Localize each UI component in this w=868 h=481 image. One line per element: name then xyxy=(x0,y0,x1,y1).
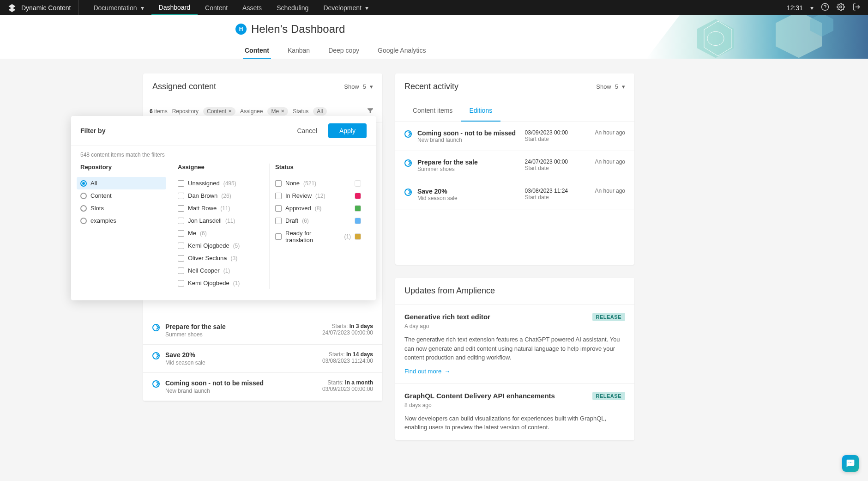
help-icon[interactable] xyxy=(821,3,829,12)
close-icon[interactable]: ✕ xyxy=(228,109,232,114)
checkbox-status[interactable]: Approved (8) xyxy=(275,202,361,214)
card-title: Recent activity xyxy=(404,82,458,91)
divider xyxy=(78,0,78,15)
checkbox-icon xyxy=(178,193,184,199)
recent-date: 03/08/2023 11:24 xyxy=(525,188,590,194)
tab-content[interactable]: Content xyxy=(243,43,271,59)
filter-repo-label: Repository xyxy=(172,108,199,115)
recent-date-label: Start date xyxy=(525,194,590,201)
update-title: GraphQL Content Delivery API enhancement… xyxy=(404,392,555,400)
checkbox-status[interactable]: Ready for translation (1) xyxy=(275,227,361,246)
clock-icon xyxy=(152,352,160,359)
recent-item[interactable]: Save 20% Mid season sale 03/08/2023 11:2… xyxy=(395,180,634,209)
nav-content[interactable]: Content xyxy=(198,0,235,15)
scheduled-list: Prepare for the sale Summer shoes Starts… xyxy=(143,317,382,401)
nav-assets[interactable]: Assets xyxy=(235,0,269,15)
checkbox-icon xyxy=(275,180,282,187)
recent-time: An hour ago xyxy=(595,129,625,136)
radio-icon xyxy=(80,218,87,224)
tab-editions[interactable]: Editions xyxy=(461,100,500,122)
clock-icon xyxy=(404,189,412,196)
show-count-selector[interactable]: Show 5 ▾ xyxy=(344,83,373,90)
checkbox-assignee[interactable]: Jon Lansdell (11) xyxy=(178,214,264,227)
scheduled-title: Save 20% xyxy=(165,351,317,359)
recent-item[interactable]: Coming soon - not to be missed New brand… xyxy=(395,122,634,151)
checkbox-assignee[interactable]: Kemi Ojogbede (5) xyxy=(178,239,264,252)
update-item: GraphQL Content Delivery API enhancement… xyxy=(395,384,634,440)
nav-label: Assets xyxy=(242,4,262,12)
status-swatch xyxy=(355,193,361,199)
checkbox-icon xyxy=(275,218,282,224)
page-title: Helen's Dashboard xyxy=(251,23,345,36)
nav-documentation[interactable]: Documentation ▾ xyxy=(86,0,151,15)
radio-all[interactable]: All xyxy=(77,177,166,189)
cancel-button[interactable]: Cancel xyxy=(291,123,323,138)
arrow-right-icon: → xyxy=(444,368,450,375)
updates-card: Updates from Amplience Generative rich t… xyxy=(395,278,634,440)
gear-icon[interactable] xyxy=(837,3,845,12)
recent-subtitle: Mid season sale xyxy=(417,195,519,201)
tab-deep-copy[interactable]: Deep copy xyxy=(326,43,361,59)
checkbox-icon xyxy=(178,180,184,187)
recent-title: Coming soon - not to be missed xyxy=(417,129,519,137)
recent-item[interactable]: Prepare for the sale Summer shoes 24/07/… xyxy=(395,151,634,180)
recent-title: Save 20% xyxy=(417,188,519,195)
update-body: Now developers can build visualizations … xyxy=(404,414,625,432)
filter-chip-status[interactable]: All xyxy=(313,107,326,116)
update-item: Generative rich text editor RELEASE A da… xyxy=(395,304,634,384)
scheduled-item[interactable]: Save 20% Mid season sale Starts: In 14 d… xyxy=(143,345,382,373)
radio-content[interactable]: Content xyxy=(80,189,166,202)
find-out-more-link[interactable]: Find out more → xyxy=(404,368,450,375)
checkbox-icon xyxy=(178,243,184,249)
close-icon[interactable]: ✕ xyxy=(281,109,284,114)
recent-subtitle: Summer shoes xyxy=(417,166,519,172)
checkbox-assignee[interactable]: Me (6) xyxy=(178,227,264,239)
checkbox-assignee[interactable]: Neil Cooper (1) xyxy=(178,264,264,277)
filter-icon[interactable] xyxy=(365,105,376,117)
radio-slots[interactable]: Slots xyxy=(80,202,166,214)
update-time: 8 days ago xyxy=(404,402,625,408)
user-avatar: H xyxy=(235,24,247,35)
scheduled-item[interactable]: Coming soon - not to be missed New brand… xyxy=(143,373,382,401)
checkbox-icon xyxy=(178,230,184,237)
scheduled-item[interactable]: Prepare for the sale Summer shoes Starts… xyxy=(143,317,382,345)
show-count-selector[interactable]: Show 5 ▾ xyxy=(596,83,625,90)
nav-development[interactable]: Development ▾ xyxy=(316,0,376,15)
apply-button[interactable]: Apply xyxy=(328,123,367,138)
clock-icon xyxy=(152,380,160,388)
checkbox-assignee[interactable]: Matt Rowe (11) xyxy=(178,202,264,214)
tab-content-items[interactable]: Content items xyxy=(404,100,461,122)
filter-chip-assignee[interactable]: Me✕ xyxy=(267,107,288,116)
page-header: H Helen's Dashboard Content Kanban Deep … xyxy=(0,15,868,59)
checkbox-status[interactable]: In Review (12) xyxy=(275,189,361,202)
tab-kanban[interactable]: Kanban xyxy=(286,43,312,59)
recent-subtitle: New brand launch xyxy=(417,137,519,143)
tab-google-analytics[interactable]: Google Analytics xyxy=(376,43,428,59)
scheduled-title: Prepare for the sale xyxy=(165,323,317,330)
checkbox-assignee[interactable]: Dan Brown (26) xyxy=(178,189,264,202)
chevron-down-icon[interactable]: ▾ xyxy=(810,4,814,12)
checkbox-assignee[interactable]: Unassigned (495) xyxy=(178,177,264,189)
checkbox-assignee[interactable]: Kemi Ojogbede (1) xyxy=(178,277,264,289)
checkbox-status[interactable]: Draft (6) xyxy=(275,214,361,227)
clock-icon xyxy=(404,159,412,167)
checkbox-assignee[interactable]: Oliver Secluna (3) xyxy=(178,252,264,264)
checkbox-icon xyxy=(178,255,184,262)
filter-chip-repository[interactable]: Content✕ xyxy=(203,107,235,116)
scheduled-subtitle: Summer shoes xyxy=(165,331,317,338)
avatar-initial: H xyxy=(239,26,243,32)
logout-icon[interactable] xyxy=(852,3,861,12)
radio-examples[interactable]: examples xyxy=(80,214,166,227)
checkbox-icon xyxy=(178,205,184,212)
recent-date: 24/07/2023 00:00 xyxy=(525,158,590,165)
recent-title: Prepare for the sale xyxy=(417,158,519,166)
clock-time: 12:31 xyxy=(787,4,803,12)
checkbox-status[interactable]: None (521) xyxy=(275,177,361,189)
nav-dashboard[interactable]: Dashboard xyxy=(151,0,198,15)
nav-label: Documentation xyxy=(93,4,137,12)
filter-col-status: Status None (521)In Review (12)Approved … xyxy=(270,164,367,289)
recent-date: 03/09/2023 00:00 xyxy=(525,129,590,136)
card-title: Updates from Amplience xyxy=(404,286,495,296)
checkbox-icon xyxy=(275,205,282,212)
nav-scheduling[interactable]: Scheduling xyxy=(269,0,316,15)
